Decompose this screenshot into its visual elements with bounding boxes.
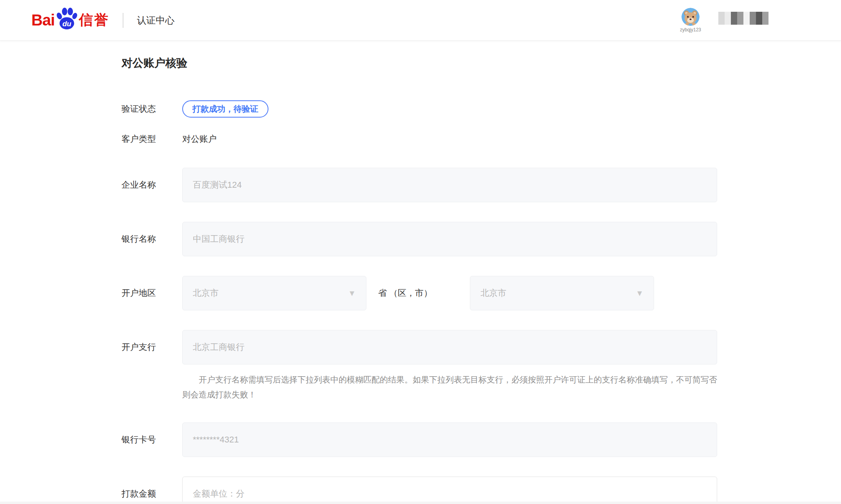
page-title: 对公账户核验 — [121, 56, 841, 71]
redacted-username — [718, 12, 768, 25]
header-user-area: zybqjy123 — [680, 8, 768, 33]
province-select-value: 北京市 — [193, 287, 219, 299]
bear-avatar-icon — [682, 8, 700, 26]
city-select-value: 北京市 — [480, 287, 506, 299]
city-select: 北京市 ▼ — [470, 276, 654, 310]
amount-row: 打款金额 — [121, 477, 841, 504]
customer-type-row: 客户类型 对公账户 — [121, 133, 841, 145]
verification-form: 对公账户核验 验证状态 打款成功，待验证 客户类型 对公账户 企业名称 银行名称… — [0, 41, 841, 504]
bank-name-row: 银行名称 — [121, 222, 841, 256]
bank-name-input — [182, 222, 717, 256]
bank-region-row: 开户地区 北京市 ▼ 省 （区，市） 北京市 ▼ — [121, 276, 841, 310]
baidu-xinyu-logo[interactable]: Bai du 信誉 — [31, 11, 109, 30]
nav-title: 认证中心 — [137, 14, 174, 27]
company-name-label: 企业名称 — [121, 179, 182, 191]
amount-label: 打款金额 — [121, 488, 182, 500]
company-name-input — [182, 168, 717, 202]
logo-text-du: du — [62, 19, 71, 27]
bank-region-label: 开户地区 — [121, 287, 182, 299]
chevron-down-icon: ▼ — [636, 289, 643, 297]
customer-type-label: 客户类型 — [121, 133, 182, 145]
top-header: Bai du 信誉 认证中心 — [0, 0, 841, 41]
logo-text-bai: Bai — [31, 11, 54, 29]
branch-label: 开户支行 — [121, 341, 182, 353]
logo-text-xinyu: 信誉 — [79, 11, 109, 30]
province-select: 北京市 ▼ — [182, 276, 366, 310]
branch-input — [182, 330, 717, 364]
status-row: 验证状态 打款成功，待验证 — [121, 100, 841, 118]
branch-row: 开户支行 — [121, 330, 841, 364]
amount-input[interactable] — [182, 477, 717, 504]
customer-type-value: 对公账户 — [182, 133, 217, 145]
baidu-paw-icon: du — [55, 7, 78, 30]
status-label: 验证状态 — [121, 103, 182, 115]
user-avatar[interactable] — [682, 8, 700, 26]
card-number-row: 银行卡号 — [121, 422, 841, 457]
username-label: zybqjy123 — [680, 27, 701, 33]
branch-hint-text: 开户支行名称需填写后选择下拉列表中的模糊匹配的结果。如果下拉列表无目标支行，必须… — [182, 372, 717, 402]
card-number-label: 银行卡号 — [121, 434, 182, 446]
page-bottom-edge — [0, 502, 841, 504]
bank-name-label: 银行名称 — [121, 233, 182, 245]
status-badge: 打款成功，待验证 — [182, 100, 268, 118]
region-separator-label: 省 （区，市） — [378, 287, 432, 299]
chevron-down-icon: ▼ — [348, 289, 356, 297]
card-number-input — [182, 422, 717, 457]
company-name-row: 企业名称 — [121, 168, 841, 202]
user-profile[interactable]: zybqjy123 — [680, 8, 701, 33]
header-divider — [123, 13, 123, 28]
